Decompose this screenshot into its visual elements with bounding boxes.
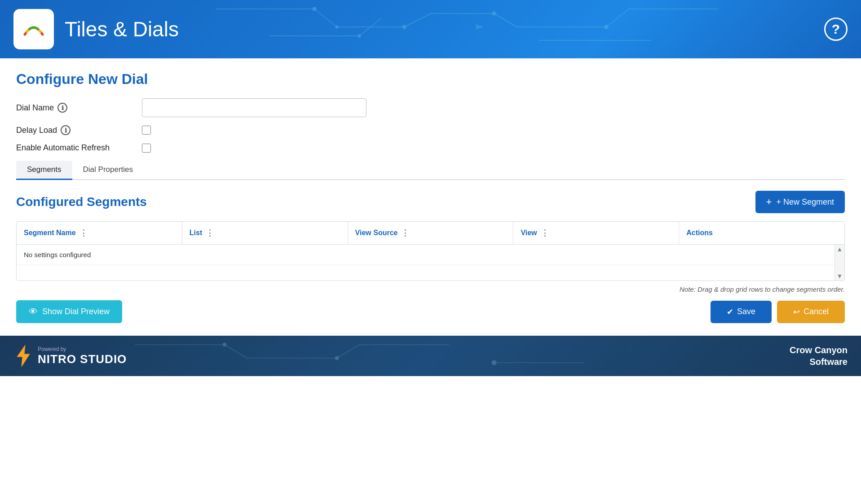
tab-segments[interactable]: Segments [16,161,72,180]
footer-bg-pattern [0,336,861,376]
delay-load-row: Delay Load ℹ [16,125,845,135]
dial-name-label: Dial Name ℹ [16,103,142,113]
plus-icon: + [766,196,772,208]
return-icon: ↩ [793,307,800,317]
svg-point-26 [223,343,226,346]
col-view: View ⋮ [513,222,679,244]
enable-refresh-label: Enable Automatic Refresh [16,143,142,153]
svg-line-3 [404,13,431,27]
checkmark-icon: ✔ [727,307,733,317]
delay-load-label: Delay Load ℹ [16,125,142,135]
col-view-source: View Source ⋮ [348,222,514,244]
svg-line-5 [494,13,517,27]
eye-icon: 👁 [29,307,38,317]
svg-line-21 [225,345,247,358]
col-segment-name: Segment Name ⋮ [17,222,182,244]
table-scrollbar[interactable]: ▲ ▼ [835,245,844,280]
table-body: No settings configured [17,245,844,280]
svg-point-17 [358,35,361,37]
new-segment-button[interactable]: + + New Segment [755,191,845,213]
svg-line-23 [337,345,359,358]
svg-point-15 [605,25,608,29]
dial-name-row: Dial Name ℹ [16,98,845,117]
segment-name-sort-icon[interactable]: ⋮ [79,228,88,238]
footer-crow-canyon: Crow Canyon Software [790,344,848,368]
scroll-down-arrow[interactable]: ▼ [837,272,843,280]
svg-line-7 [606,9,629,27]
svg-line-1 [314,9,337,27]
svg-point-12 [313,7,316,11]
help-button[interactable]: ? [824,18,848,41]
segments-title: Configured Segments [16,195,147,209]
delay-load-info-icon[interactable]: ℹ [61,125,71,135]
save-button[interactable]: ✔ Save [711,301,772,323]
empty-message: No settings configured [17,245,844,265]
configure-title: Configure New Dial [16,71,845,88]
footer-logo: Powered by NITRO STUDIO [13,344,127,368]
table-header: Segment Name ⋮ List ⋮ View Source ⋮ View… [17,222,844,245]
app-header: Tiles & Dials ? [0,0,861,58]
svg-point-28 [492,360,496,365]
main-content: Configure New Dial Dial Name ℹ Delay Loa… [0,58,861,336]
scroll-up-arrow[interactable]: ▲ [837,245,843,253]
col-actions: Actions [679,222,844,244]
enable-refresh-row: Enable Automatic Refresh [16,143,845,153]
svg-marker-18 [476,25,483,29]
svg-point-27 [335,356,339,360]
svg-point-13 [402,25,406,29]
list-sort-icon[interactable]: ⋮ [206,228,214,238]
table-empty-row: No settings configured [17,245,844,265]
footer-brand-text: Powered by NITRO STUDIO [38,346,127,366]
nitro-studio-label: NITRO STUDIO [38,352,127,366]
cancel-button[interactable]: ↩ Cancel [777,301,845,323]
view-source-sort-icon[interactable]: ⋮ [401,228,410,238]
dial-name-input[interactable] [142,98,366,117]
app-logo-icon [20,16,47,43]
show-dial-preview-button[interactable]: 👁 Show Dial Preview [16,300,122,323]
app-logo-wrap [13,9,54,49]
svg-rect-19 [20,16,47,43]
svg-point-16 [336,26,338,28]
svg-line-10 [359,18,382,36]
tab-dial-properties[interactable]: Dial Properties [72,161,144,180]
delay-load-checkbox[interactable] [142,126,151,135]
segments-section-header: Configured Segments + + New Segment [16,191,845,213]
dial-name-info-icon[interactable]: ℹ [57,103,67,113]
save-cancel-group: ✔ Save ↩ Cancel [711,301,845,323]
svg-point-14 [492,12,496,15]
page-title: Tiles & Dials [65,17,179,41]
svg-marker-29 [17,345,30,367]
table-scroll-area: No settings configured ▲ ▼ [17,245,844,280]
segments-table: Segment Name ⋮ List ⋮ View Source ⋮ View… [16,221,845,281]
tabs-container: Segments Dial Properties [16,161,845,180]
nitro-logo-icon [13,344,33,368]
app-footer: Powered by NITRO STUDIO Crow Canyon Soft… [0,336,861,376]
drag-drop-note: Note: Drag & drop grid rows to change se… [16,285,845,293]
enable-refresh-checkbox[interactable] [142,144,151,153]
view-sort-icon[interactable]: ⋮ [541,228,549,238]
col-list: List ⋮ [182,222,348,244]
bottom-actions: 👁 Show Dial Preview ✔ Save ↩ Cancel [16,300,845,323]
